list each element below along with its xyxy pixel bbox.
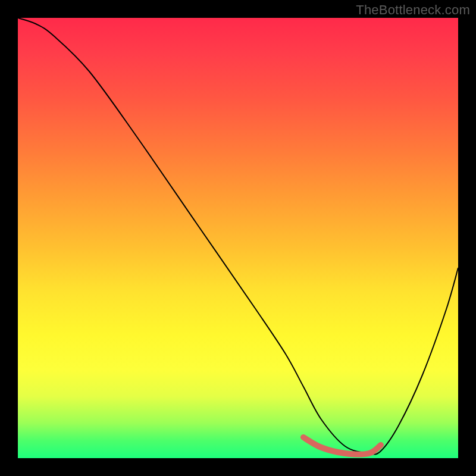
bottleneck-curve-path (18, 18, 458, 454)
curve-svg (18, 18, 458, 458)
plot-area (18, 18, 458, 458)
chart-frame: TheBottleneck.com (0, 0, 476, 476)
watermark-text: TheBottleneck.com (356, 2, 470, 18)
optimal-zone-path (303, 437, 381, 455)
